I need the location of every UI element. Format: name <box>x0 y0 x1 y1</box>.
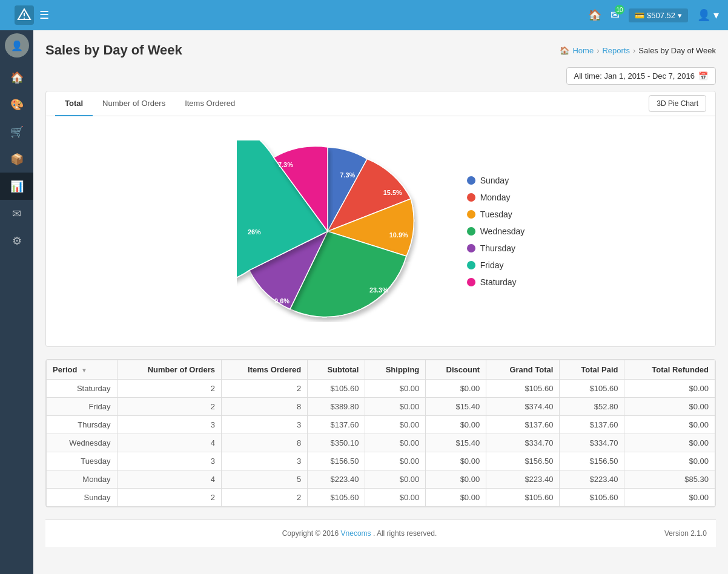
table-cell: 8 <box>221 398 307 416</box>
table-cell: $0.00 <box>624 416 715 434</box>
footer-suffix: . All rights reserved. <box>373 529 437 538</box>
table-cell: 4 <box>117 434 221 452</box>
legend-monday: Monday <box>467 193 525 202</box>
main-content: Sales by Day of Week 🏠 Home › Reports › … <box>33 30 728 574</box>
table-row: Thursday33$137.60$0.00$0.00$137.60$137.6… <box>47 416 715 434</box>
balance-button[interactable]: 💳 $507.52 ▾ <box>629 8 688 22</box>
breadcrumb-home-icon: 🏠 <box>560 46 569 55</box>
col-discount[interactable]: Discount <box>426 360 486 380</box>
table-cell: $156.50 <box>486 452 560 470</box>
home-nav-icon[interactable]: 🏠 <box>588 8 601 22</box>
col-shipping[interactable]: Shipping <box>365 360 426 380</box>
col-total-refunded[interactable]: Total Refunded <box>624 360 715 380</box>
col-orders[interactable]: Number of Orders <box>117 360 221 380</box>
table-cell: 3 <box>221 452 307 470</box>
date-range-bar: All time: Jan 1, 2015 - Dec 7, 2016 📅 <box>45 67 716 85</box>
breadcrumb-home-link[interactable]: Home <box>572 46 594 55</box>
sidebar-item-palette[interactable]: 🎨 <box>0 91 33 118</box>
svg-text:26%: 26% <box>248 228 261 236</box>
footer-copyright: Copyright © 2016 <box>282 529 341 538</box>
sidebar-item-reports[interactable]: 📊 <box>0 173 33 200</box>
table-cell: $85.30 <box>624 470 715 489</box>
legend-tuesday-label: Tuesday <box>480 209 512 219</box>
table-cell: $15.40 <box>426 434 486 452</box>
col-grand-total[interactable]: Grand Total <box>486 360 560 380</box>
table-cell: 5 <box>221 470 307 489</box>
sidebar-item-cart[interactable]: 🛒 <box>0 118 33 145</box>
brand-icon <box>15 5 34 25</box>
mail-nav-icon[interactable]: ✉ 10 <box>611 8 620 22</box>
svg-text:9.6%: 9.6% <box>274 297 290 305</box>
table-cell: $374.40 <box>486 398 560 416</box>
legend-sunday-dot <box>467 176 475 185</box>
balance-value: $507.52 <box>647 11 675 20</box>
svg-text:15.5%: 15.5% <box>383 189 402 196</box>
table-cell: $156.50 <box>308 452 365 470</box>
version-value: 2.1.0 <box>690 529 707 538</box>
brand-logo <box>9 5 39 25</box>
balance-icon: 💳 <box>635 11 644 20</box>
legend-saturday-label: Staturday <box>480 277 517 287</box>
tab-number-of-orders[interactable]: Number of Orders <box>93 91 175 116</box>
table-cell: 2 <box>117 398 221 416</box>
table-cell: $334.70 <box>486 434 560 452</box>
chart-area: 7.3% 15.5% 10.9% 23.3% 9.6% 26% 7.3% Sun… <box>46 116 715 346</box>
legend-saturday-dot <box>467 278 475 286</box>
mail-badge: 10 <box>615 5 624 15</box>
table-cell: $0.00 <box>365 398 426 416</box>
table-cell: $0.00 <box>624 380 715 398</box>
table-cell: $334.70 <box>560 434 624 452</box>
table-cell: $0.00 <box>426 416 486 434</box>
table-cell: $0.00 <box>426 380 486 398</box>
table-cell: $0.00 <box>365 434 426 452</box>
table-cell: $15.40 <box>426 398 486 416</box>
table-cell: $105.60 <box>560 380 624 398</box>
legend-friday-label: Friday <box>480 260 504 270</box>
sidebar-item-dashboard[interactable]: 🏠 <box>0 64 33 91</box>
table-cell: $105.60 <box>486 489 560 507</box>
table-cell: $0.00 <box>365 489 426 507</box>
legend-tuesday-dot <box>467 210 475 219</box>
legend-wednesday: Wednesday <box>467 226 525 236</box>
table-cell: 2 <box>221 380 307 398</box>
col-period[interactable]: Period ▼ <box>47 360 117 380</box>
col-total-paid[interactable]: Total Paid <box>560 360 624 380</box>
page-header: Sales by Day of Week 🏠 Home › Reports › … <box>45 42 716 58</box>
legend-saturday: Staturday <box>467 277 525 287</box>
sidebar-item-mail[interactable]: ✉ <box>0 200 33 227</box>
col-subtotal[interactable]: Subtotal <box>308 360 365 380</box>
col-items[interactable]: Items Ordered <box>221 360 307 380</box>
sidebar-item-settings[interactable]: ⚙ <box>0 227 33 254</box>
table-cell: $137.60 <box>486 416 560 434</box>
sidebar-item-box[interactable]: 📦 <box>0 145 33 173</box>
user-nav-icon[interactable]: 👤 ▾ <box>697 8 719 22</box>
chart-type-button[interactable]: 3D Pie Chart <box>649 95 706 112</box>
table-row: Monday45$223.40$0.00$0.00$223.40$223.40$… <box>47 470 715 489</box>
footer-brand-link[interactable]: Vnecoms <box>341 529 371 538</box>
date-range-button[interactable]: All time: Jan 1, 2015 - Dec 7, 2016 📅 <box>566 67 716 85</box>
svg-point-2 <box>24 18 25 19</box>
data-table: Period ▼ Number of Orders Items Ordered … <box>46 360 715 507</box>
table-cell: Friday <box>47 398 117 416</box>
table-cell: $105.60 <box>308 489 365 507</box>
menu-toggle-icon[interactable]: ☰ <box>39 8 49 22</box>
tab-items-ordered[interactable]: Items Ordered <box>175 91 245 116</box>
navbar-right: 🏠 ✉ 10 💳 $507.52 ▾ 👤 ▾ <box>588 8 719 22</box>
legend-wednesday-dot <box>467 227 475 236</box>
table-row: Friday28$389.80$0.00$15.40$374.40$52.80$… <box>47 398 715 416</box>
breadcrumb-reports-link[interactable]: Reports <box>602 46 630 55</box>
breadcrumb-current: Sales by Day of Week <box>638 46 716 55</box>
table-cell: $350.10 <box>308 434 365 452</box>
table-cell: $105.60 <box>308 380 365 398</box>
table-cell: $223.40 <box>308 470 365 489</box>
table-cell: $223.40 <box>560 470 624 489</box>
tabs-bar: Total Number of Orders Items Ordered 3D … <box>46 91 715 116</box>
table-cell: $137.60 <box>560 416 624 434</box>
table-cell: Thursday <box>47 416 117 434</box>
table-cell: 2 <box>117 380 221 398</box>
tab-total[interactable]: Total <box>55 91 93 116</box>
table-cell: $137.60 <box>308 416 365 434</box>
footer-version: Version 2.1.0 <box>664 529 707 538</box>
table-cell: $0.00 <box>624 434 715 452</box>
table-cell: $0.00 <box>426 470 486 489</box>
